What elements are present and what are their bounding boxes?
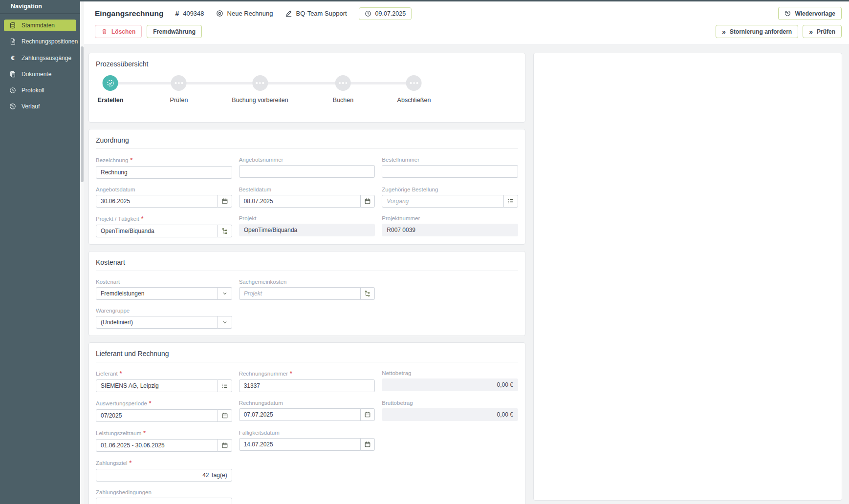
bestelldatum-input[interactable] — [239, 195, 361, 208]
tree-select-button[interactable] — [360, 287, 375, 300]
sidebar-item-zahlungsausgaenge[interactable]: € Zahlungsausgänge — [4, 52, 76, 64]
double-chevron-icon: » — [722, 28, 726, 35]
sidebar: Navigation Stammdaten Rechnungspositione… — [0, 0, 80, 504]
nettobetrag-readonly — [382, 378, 518, 391]
loeschen-button[interactable]: Löschen — [95, 25, 142, 38]
calendar-button[interactable] — [218, 195, 232, 208]
wiedervorlage-button[interactable]: Wiedervorlage — [778, 7, 842, 20]
list-select-button[interactable] — [503, 195, 518, 208]
field-angebotsdatum: Angebotsdatum — [96, 187, 232, 208]
required-marker: * — [290, 370, 292, 377]
bestellnummer-input[interactable] — [382, 165, 518, 178]
tree-select-button[interactable] — [218, 225, 232, 237]
list-icon — [221, 382, 228, 389]
field-sachgemeinkosten: Sachgemeinkosten — [239, 279, 375, 300]
process-steps: Erstellen Prüfen Buchung vorbereiten — [96, 75, 518, 115]
auswertungsperiode-input[interactable] — [96, 409, 218, 422]
step-pending-circle — [252, 75, 268, 91]
preview-panel — [533, 53, 842, 501]
zahlungsbedingungen-textarea[interactable] — [96, 498, 232, 504]
history-icon — [9, 103, 16, 110]
projekt-taetigkeit-input[interactable] — [96, 225, 218, 237]
field-zahlungsbedingungen: Zahlungsbedingungen — [96, 489, 232, 504]
database-icon — [9, 22, 16, 29]
vertical-scrollbar[interactable] — [80, 1, 84, 504]
angebotsnummer-input[interactable] — [239, 165, 375, 178]
kostenart-select[interactable] — [96, 287, 218, 300]
zugehoerige-bestellung-input[interactable] — [382, 195, 504, 208]
fremdwaehrung-button[interactable]: Fremdwährung — [147, 25, 202, 38]
step-erstellen: Erstellen — [98, 75, 124, 104]
sachgemeinkosten-input[interactable] — [239, 287, 361, 300]
trash-icon — [101, 28, 108, 35]
calendar-icon — [221, 442, 228, 449]
faelligkeitsdatum-input[interactable] — [239, 438, 361, 451]
calendar-button[interactable] — [360, 195, 375, 208]
pruefen-button[interactable]: » Prüfen — [803, 25, 842, 38]
sidebar-item-dokumente[interactable]: Dokumente — [4, 68, 76, 80]
calendar-button[interactable] — [360, 438, 375, 451]
step-pending-circle — [406, 75, 422, 91]
field-auswertungsperiode: Auswertungsperiode* — [96, 400, 232, 422]
lieferant-input[interactable] — [96, 379, 218, 392]
required-marker: * — [143, 430, 146, 437]
dropdown-button[interactable] — [218, 287, 232, 300]
field-leistungszeitraum: Leistungszeitraum* — [96, 430, 232, 452]
calendar-button[interactable] — [218, 409, 232, 422]
field-rechnungsdatum: Rechnungsdatum — [239, 400, 375, 422]
process-overview-card: Prozessübersicht Erstellen Prüfen — [88, 53, 525, 123]
tree-icon — [221, 228, 228, 234]
angebotsdatum-input[interactable] — [96, 195, 218, 208]
step-abschliessen: Abschließen — [397, 75, 431, 104]
step-pruefen: Prüfen — [170, 75, 188, 104]
chevron-down-icon — [221, 319, 228, 326]
chevron-down-icon — [221, 290, 228, 297]
app-window: Navigation Stammdaten Rechnungspositione… — [0, 0, 849, 504]
bezeichnung-input[interactable] — [96, 166, 232, 179]
ellipsis-icon — [339, 82, 348, 84]
field-warengruppe: Warengruppe — [96, 308, 232, 329]
field-bezeichnung: Bezeichnung* — [96, 157, 232, 179]
calendar-icon — [221, 198, 228, 205]
calendar-icon — [364, 198, 371, 205]
step-buchen: Buchen — [333, 75, 353, 104]
target-icon — [216, 10, 223, 17]
zahlungsziel-input[interactable] — [96, 469, 232, 482]
list-select-button[interactable] — [218, 379, 232, 392]
calendar-button[interactable] — [360, 408, 375, 421]
calendar-icon — [364, 441, 371, 448]
dropdown-button[interactable] — [218, 316, 232, 329]
leistungszeitraum-input[interactable] — [96, 439, 218, 452]
sidebar-item-label: Zahlungsausgänge — [22, 55, 71, 62]
warengruppe-select[interactable] — [96, 316, 218, 329]
ellipsis-icon — [256, 82, 264, 84]
field-lieferant: Lieferant* — [96, 370, 232, 392]
required-marker: * — [130, 460, 132, 466]
main-area: Eingangsrechnung # 409348 Neue Rechnung … — [80, 0, 849, 504]
rechnungsdatum-input[interactable] — [239, 408, 361, 421]
field-projekt-taetigkeit: Projekt / Tätigkeit* — [96, 215, 232, 237]
scrollbar-thumb[interactable] — [81, 46, 84, 182]
stornierung-anfordern-button[interactable]: » Stornierung anfordern — [716, 25, 798, 38]
field-kostenart: Kostenart — [96, 279, 232, 300]
sidebar-item-rechnungspositionen[interactable]: Rechnungspositionen — [4, 36, 76, 47]
field-projektnummer: Projektnummer — [382, 215, 518, 237]
step-pending-circle — [335, 75, 351, 91]
content-body: Prozessübersicht Erstellen Prüfen — [80, 44, 849, 504]
date-badge[interactable]: 09.07.2025 — [359, 7, 412, 20]
field-nettobetrag: Nettobetrag — [382, 370, 518, 392]
required-marker: * — [141, 215, 144, 222]
sidebar-item-stammdaten[interactable]: Stammdaten — [4, 20, 76, 31]
sidebar-item-protokoll[interactable]: Protokoll — [4, 84, 76, 96]
pen-icon — [285, 10, 292, 17]
calendar-button[interactable] — [218, 439, 232, 452]
rechnungsnummer-input[interactable] — [239, 379, 375, 392]
zuordnung-card: Zuordnung Bezeichnung* Angebotsnummer Be… — [88, 129, 525, 245]
euro-icon: € — [9, 54, 16, 62]
field-zugehoerige-bestellung: Zugehörige Bestellung — [382, 187, 518, 208]
documents-icon — [9, 71, 16, 78]
hash-icon: # — [175, 10, 179, 18]
required-marker: * — [131, 157, 133, 164]
field-rechnungsnummer: Rechnungsnummer* — [239, 370, 375, 392]
sidebar-item-verlauf[interactable]: Verlauf — [4, 101, 76, 112]
